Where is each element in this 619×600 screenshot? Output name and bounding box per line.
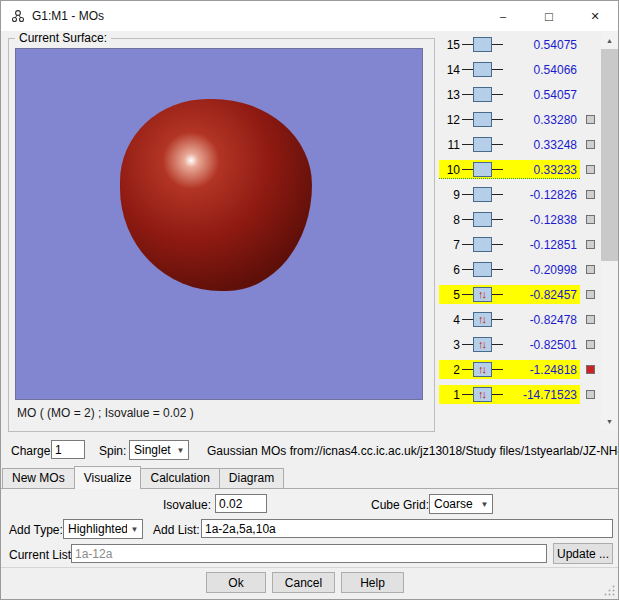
mo-orbital-box[interactable] (473, 112, 492, 127)
mo-orbital-box[interactable] (473, 187, 492, 202)
mo-row[interactable]: 15 0.54075 (439, 32, 601, 57)
mo-level-line (492, 44, 503, 45)
mo-row[interactable]: 14 0.54066 (439, 57, 601, 82)
spin-dropdown[interactable]: Singlet ▼ (129, 440, 189, 460)
mo-list-scrollbar[interactable]: ▲ ▼ (601, 32, 618, 430)
surface-caption: MO ( (MO = 2) ; Isovalue = 0.02 ) (17, 406, 194, 420)
minimize-button[interactable]: – (480, 1, 526, 31)
mo-orbital-box[interactable] (473, 262, 492, 277)
mo-level-line (462, 269, 473, 270)
tab-calculation[interactable]: Calculation (140, 468, 219, 488)
mo-orbital-box[interactable] (473, 162, 492, 177)
titlebar[interactable]: G1:M1 - MOs – □ ✕ (1, 1, 618, 31)
mo-level-line (492, 344, 503, 345)
mo-number: 8 (440, 213, 460, 227)
mo-level-line (462, 319, 473, 320)
tab-new-mos[interactable]: New MOs (2, 468, 75, 488)
mo-level-line (492, 169, 503, 170)
mo-orbital-box[interactable] (473, 37, 492, 52)
add-type-value: Highlighted (64, 522, 127, 536)
mo-checkbox[interactable] (586, 190, 595, 199)
mo-row[interactable]: 13 0.54057 (439, 82, 601, 107)
scroll-up-icon[interactable]: ▲ (601, 32, 618, 49)
mo-checkbox[interactable] (586, 215, 595, 224)
cube-grid-label: Cube Grid: (371, 498, 429, 512)
mo-row[interactable]: 3 ↑↓ -0.82501 (439, 332, 601, 357)
current-list-label: Current List: (9, 548, 74, 562)
mo-orbital-box[interactable] (473, 62, 492, 77)
mo-orbital-box[interactable] (473, 237, 492, 252)
mo-row[interactable]: 2 ↑↓ -1.24818 (439, 357, 601, 382)
mo-level-line (492, 144, 503, 145)
resize-grip-icon[interactable] (603, 584, 616, 597)
mo-level-line (492, 269, 503, 270)
scroll-down-icon[interactable]: ▼ (601, 413, 618, 430)
mo-row[interactable]: 4 ↑↓ -0.82478 (439, 307, 601, 332)
mo-level-line (492, 394, 503, 395)
chevron-down-icon: ▼ (127, 525, 142, 534)
charge-input[interactable] (51, 440, 85, 459)
mo-row[interactable]: 5 ↑↓ -0.82457 (439, 282, 601, 307)
mo-energy: 0.54075 (505, 38, 577, 52)
mo-orbital-box[interactable] (473, 87, 492, 102)
close-button[interactable]: ✕ (572, 1, 618, 31)
scrollbar-thumb[interactable] (601, 49, 618, 261)
help-button[interactable]: Help (341, 572, 404, 593)
tab-visualize[interactable]: Visualize (74, 466, 142, 489)
mo-orbital-box[interactable]: ↑↓ (473, 287, 492, 302)
mo-energy: 0.33280 (505, 113, 577, 127)
update-button[interactable]: Update ... (553, 543, 613, 564)
mo-row[interactable]: 11 0.33248 (439, 132, 601, 157)
mo-energy: -0.12851 (505, 238, 577, 252)
mo-energy: 0.33248 (505, 138, 577, 152)
mo-row[interactable]: 10 0.33233 (439, 157, 601, 182)
mo-row[interactable]: 9 -0.12826 (439, 182, 601, 207)
ok-button[interactable]: Ok (206, 572, 266, 593)
mo-checkbox[interactable] (586, 365, 595, 374)
mo-number: 10 (440, 163, 460, 177)
mo-row[interactable]: 8 -0.12838 (439, 207, 601, 232)
add-list-input[interactable] (201, 519, 613, 538)
mo-orbital-box[interactable]: ↑↓ (473, 387, 492, 402)
mo-energy: -0.12826 (505, 188, 577, 202)
mo-level-line (462, 44, 473, 45)
mo-checkbox[interactable] (586, 165, 595, 174)
mo-checkbox[interactable] (586, 315, 595, 324)
mo-level-line (462, 219, 473, 220)
cube-grid-dropdown[interactable]: Coarse ▼ (429, 494, 493, 514)
add-type-label: Add Type: (9, 523, 63, 537)
mo-list: 15 0.54075 14 0.54066 13 0.54057 12 (439, 32, 601, 407)
mo-row[interactable]: 7 -0.12851 (439, 232, 601, 257)
surface-3d-viewport[interactable] (15, 48, 423, 400)
mo-orbital-box[interactable] (473, 212, 492, 227)
mo-orbital-box[interactable]: ↑↓ (473, 337, 492, 352)
charge-label: Charge: (11, 444, 54, 458)
mo-checkbox[interactable] (586, 240, 595, 249)
mo-row[interactable]: 6 -0.20998 (439, 257, 601, 282)
mo-orbital-box[interactable] (473, 137, 492, 152)
mo-energy: -0.82457 (505, 288, 577, 302)
maximize-button[interactable]: □ (526, 1, 572, 31)
mo-checkbox[interactable] (586, 115, 595, 124)
add-type-dropdown[interactable]: Highlighted ▼ (63, 519, 143, 539)
mo-checkbox[interactable] (586, 290, 595, 299)
mo-orbital-box[interactable]: ↑↓ (473, 312, 492, 327)
mo-orbital-box[interactable]: ↑↓ (473, 362, 492, 377)
mo-checkbox[interactable] (586, 265, 595, 274)
mo-row[interactable]: 1 ↑↓ -14.71523 (439, 382, 601, 407)
tab-diagram[interactable]: Diagram (219, 468, 284, 488)
mo-checkbox[interactable] (586, 140, 595, 149)
mo-checkbox[interactable] (586, 390, 595, 399)
mo-level-line (462, 69, 473, 70)
mo-number: 7 (440, 238, 460, 252)
current-surface-label: Current Surface: (15, 31, 111, 45)
mo-checkbox[interactable] (586, 340, 595, 349)
mo-row[interactable]: 12 0.33280 (439, 107, 601, 132)
mo-number: 15 (440, 38, 460, 52)
mo-number: 9 (440, 188, 460, 202)
mo-level-line (462, 294, 473, 295)
isovalue-input[interactable] (215, 494, 267, 513)
mo-energy: -14.71523 (505, 388, 577, 402)
cancel-button[interactable]: Cancel (272, 572, 335, 593)
mo-level-line (462, 394, 473, 395)
